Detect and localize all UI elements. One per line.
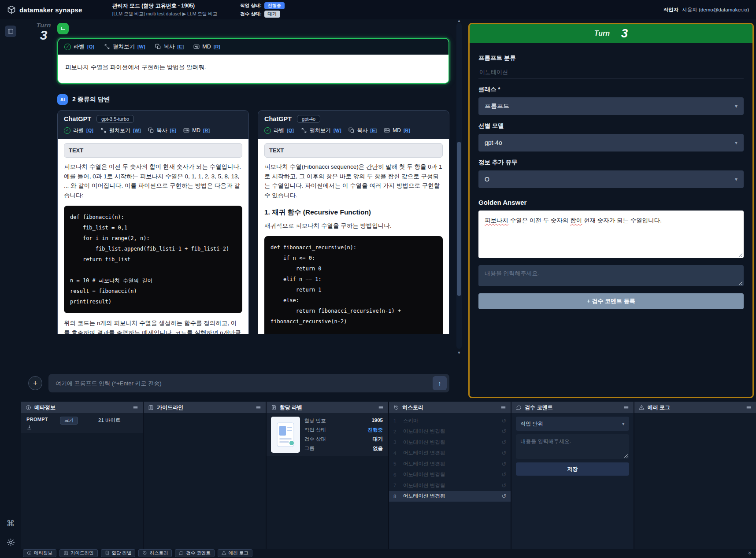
collapse-panels-icon[interactable]: » (747, 551, 753, 554)
expand-button[interactable]: 펼쳐보기 [W] (100, 127, 141, 134)
restore-icon[interactable]: ↺ (501, 461, 506, 467)
turn-number: 3 (28, 28, 59, 43)
document-thumbnail-icon (275, 421, 296, 448)
copy-button[interactable]: 복사 [E] (348, 127, 377, 134)
restore-icon[interactable]: ↺ (501, 482, 506, 489)
history-row[interactable]: 1 스키마 ↺ (389, 415, 511, 426)
panel-menu-icon[interactable] (746, 405, 752, 410)
history-row[interactable]: 3 어노테이션 변경됨 ↺ (389, 437, 511, 448)
prompt-input[interactable] (48, 374, 449, 392)
table-row: 검수 상태 대기 (304, 436, 383, 443)
scrollbar-thumb[interactable] (457, 142, 461, 296)
md-button[interactable]: MD [R] (384, 127, 410, 133)
copy-button-text: 복사 (357, 127, 368, 134)
breadcrumb: [LLM 모델 비교] multi test dataset ▶ LLM 모델 … (112, 11, 218, 17)
resize-handle[interactable] (738, 281, 742, 285)
review-comment-input[interactable]: 내용을 입력해주세요. (478, 265, 744, 286)
worker-info: 작업자 사용자 (demo@datamaker.io) (663, 7, 749, 13)
restore-icon[interactable]: ↺ (501, 418, 506, 424)
review-comment-textarea[interactable]: 내용을 입력해주세요. (516, 434, 629, 459)
app-brand: datamaker synapse (7, 5, 82, 14)
copy-button[interactable]: 복사 [E] (148, 127, 177, 134)
expand-button[interactable]: 펼쳐보기 [W] (104, 43, 145, 51)
panel-metadata: 메타정보 PROMPT 크기 21 바이트 (21, 402, 144, 549)
download-icon[interactable] (26, 425, 32, 430)
assignment-summary[interactable]: 할당 번호 1905 작업 상태 진행중 검수 상태 대기 그룹 없음 (267, 413, 388, 456)
toolbar-assigned-label-button[interactable]: 할당 라벨 (101, 549, 136, 557)
history-label: 어노테이션 변경됨 (403, 471, 497, 478)
send-button[interactable]: ↑ (433, 376, 447, 390)
history-row-active[interactable]: 8 어노테이션 변경됨 ↺ (389, 491, 511, 502)
md-button[interactable]: MD [R] (183, 127, 210, 133)
content-type-bar: TEXT (64, 143, 242, 158)
toolbar-button-label: 검수 코멘트 (186, 550, 210, 556)
history-row[interactable]: 7 어노테이션 변경됨 ↺ (389, 480, 511, 491)
resize-handle[interactable] (623, 453, 628, 458)
panel-menu-icon[interactable] (256, 405, 261, 410)
toolbar-error-log-button[interactable]: 에러 로그 (218, 549, 252, 557)
chat-scrollbar[interactable] (456, 23, 462, 349)
md-shortcut: [R] (404, 128, 410, 133)
annotation-turn-banner: Turn 3 (470, 24, 752, 43)
golden-answer-textarea[interactable]: 피보나치 수열은 이전 두 숫자의 합이 현재 숫자가 되는 수열입니다. (478, 211, 744, 258)
label-button[interactable]: ✓ 라벨 [Q] (264, 127, 294, 134)
panel-menu-icon[interactable] (500, 405, 506, 410)
toolbar-history-button[interactable]: 히스토리 (138, 549, 172, 557)
md-button[interactable]: MD [R] (193, 44, 220, 50)
copy-icon (148, 127, 154, 133)
toolbar-review-comment-button[interactable]: 검수 코멘트 (175, 549, 214, 557)
comment-icon (179, 551, 184, 555)
row-label: 작업 상태 (304, 427, 326, 433)
label-button[interactable]: ✓ 라벨 [Q] (64, 43, 94, 51)
worker-value: 사용자 (demo@datamaker.io) (682, 7, 749, 13)
history-icon (142, 551, 147, 555)
assignment-thumbnail (271, 417, 300, 453)
toolbar-button-label: 히스토리 (149, 550, 168, 556)
panel-toggle-button[interactable] (5, 26, 16, 37)
turn-label: Turn (594, 30, 610, 37)
panel-title: 메타정보 (34, 404, 130, 411)
history-row[interactable]: 5 어노테이션 변경됨 ↺ (389, 458, 511, 469)
scroll-down-icon[interactable]: ▼ (456, 351, 462, 355)
toolbar-guideline-button[interactable]: 가이드라인 (59, 549, 98, 557)
resize-handle[interactable] (738, 252, 742, 257)
info-added-select[interactable]: O ▾ (478, 170, 744, 188)
toolbar-metadata-button[interactable]: 메타정보 (23, 549, 56, 557)
class-select[interactable]: 프롬프트 ▾ (478, 97, 744, 115)
history-row[interactable]: 6 어노테이션 변경됨 ↺ (389, 469, 511, 480)
info-icon (26, 405, 31, 410)
panel-menu-icon[interactable] (623, 405, 629, 410)
restore-icon[interactable]: ↺ (501, 439, 506, 446)
restore-icon[interactable]: ↺ (501, 493, 506, 499)
table-row: 할당 번호 1905 (304, 418, 383, 424)
copy-button[interactable]: 복사 [E] (155, 43, 184, 51)
work-unit-select[interactable]: 작업 단위 ▾ (516, 417, 629, 431)
panel-menu-icon[interactable] (378, 405, 384, 410)
restore-icon[interactable]: ↺ (501, 471, 506, 478)
copy-icon (155, 44, 161, 50)
add-review-comment-button[interactable]: + 검수 코멘트 등록 (478, 293, 744, 309)
info-added-value: O (485, 176, 489, 183)
history-row[interactable]: 2 어노테이션 변경됨 ↺ (389, 426, 511, 437)
save-button[interactable]: 저장 (516, 462, 629, 476)
turn-indicator: Turn 3 (28, 21, 59, 43)
panel-menu-icon[interactable] (133, 405, 138, 410)
settings-gear-icon[interactable] (7, 538, 15, 547)
label-button[interactable]: ✓ 라벨 [Q] (64, 127, 93, 134)
restore-icon[interactable]: ↺ (501, 450, 506, 456)
model-select[interactable]: gpt-4o ▾ (478, 134, 744, 152)
expand-shortcut: [W] (334, 128, 341, 133)
ai-badge: AI (57, 94, 68, 105)
work-status-label: 작업 상태: (240, 3, 261, 9)
add-attachment-button[interactable]: + (28, 376, 42, 390)
command-shortcut-icon[interactable]: ⌘ (7, 518, 15, 528)
restore-icon[interactable]: ↺ (501, 428, 506, 435)
check-circle-icon: ✓ (264, 127, 271, 134)
history-row[interactable]: 4 어노테이션 변경됨 ↺ (389, 448, 511, 459)
guideline-icon (63, 551, 68, 555)
prompt-class-label: 프롬프트 분류 (478, 54, 744, 62)
expand-button[interactable]: 펼쳐보기 [W] (301, 127, 341, 134)
prompt-class-input[interactable] (478, 66, 744, 78)
code-block: def fibonacci_recursive(n): if n <= 0: r… (264, 236, 443, 334)
prompt-input-bar: + ↑ (28, 373, 449, 393)
